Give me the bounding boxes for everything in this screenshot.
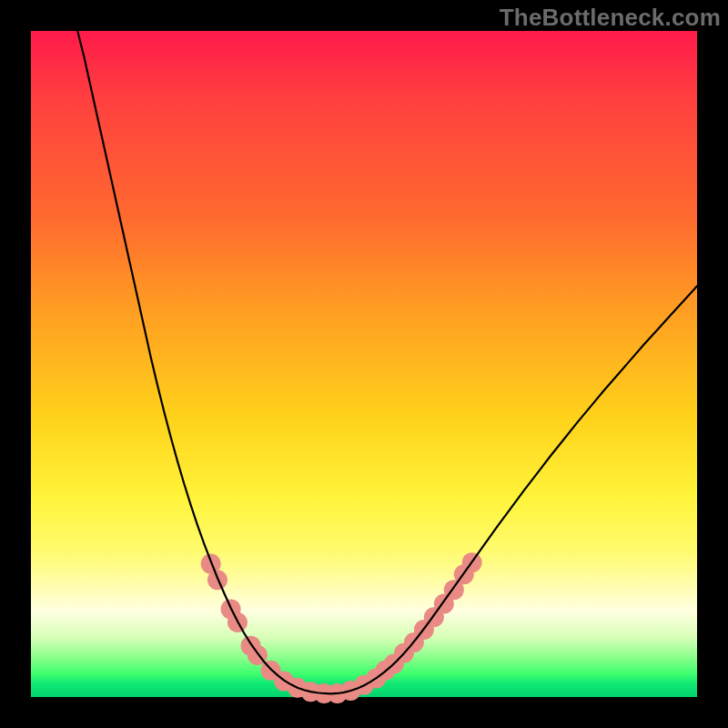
chart-frame: TheBottleneck.com [0,0,728,728]
highlight-dots-layer [201,552,482,703]
watermark-text: TheBottleneck.com [500,4,721,32]
bottleneck-curve [77,31,697,693]
chart-overlay [31,31,697,697]
